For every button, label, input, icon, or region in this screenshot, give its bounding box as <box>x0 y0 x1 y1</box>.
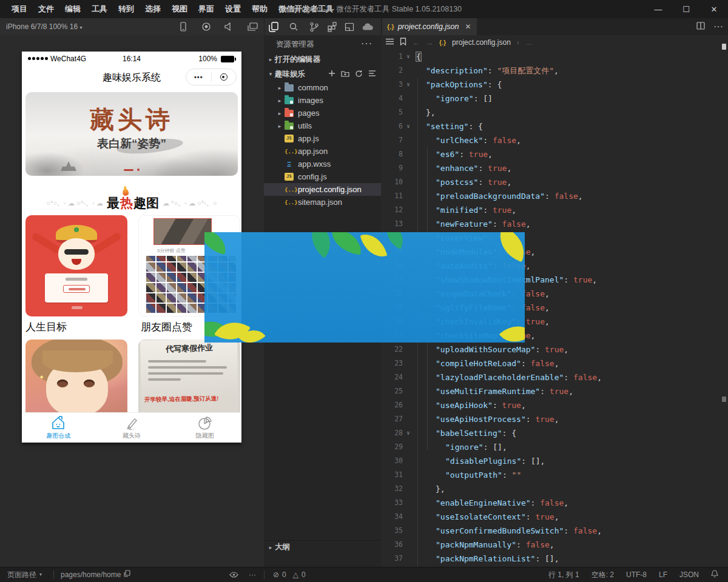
tree-item-pages[interactable]: ▸pages <box>264 107 381 119</box>
code-line-27[interactable]: 27"useApiHostProcess": true, <box>381 412 728 426</box>
code-line-11[interactable]: 11"preloadBackgroundData": false, <box>381 189 728 203</box>
fold-arrow-icon[interactable]: ∨ <box>403 426 414 440</box>
code-line-9[interactable]: 9"enhance": true, <box>381 161 728 175</box>
code-line-8[interactable]: 8"es6": true, <box>381 147 728 161</box>
tab-hidden-image[interactable]: 隐藏图 <box>168 413 241 443</box>
tree-item-images[interactable]: ▸images <box>264 94 381 107</box>
code-line-30[interactable]: 30"disablePlugins": [], <box>381 454 728 468</box>
more-actions-icon[interactable]: ··· <box>713 21 723 32</box>
tree-item-common[interactable]: ▸common <box>264 81 381 94</box>
fold-arrow-icon[interactable]: ∨ <box>403 119 414 133</box>
code-line-25[interactable]: 25"useMultiFrameRuntime": true, <box>381 384 728 398</box>
code-line-28[interactable]: 28∨"babelSetting": { <box>381 426 728 440</box>
code-line-5[interactable]: 5}, <box>381 105 728 119</box>
device-selector[interactable]: iPhone 6/7/8 100% 16 ▾ <box>6 18 82 35</box>
maximize-button[interactable]: ☐ <box>672 0 700 18</box>
code-line-1[interactable]: 1∨{ <box>381 50 728 64</box>
tree-item-sitemap-json[interactable]: {..}sitemap.json <box>264 196 381 209</box>
code-line-33[interactable]: 33"enableEngineNative": false, <box>381 496 728 510</box>
code-line-31[interactable]: 31"outputPath": "" <box>381 468 728 482</box>
minimize-button[interactable]: — <box>644 0 672 18</box>
code-line-36[interactable]: 36"packNpmManually": false, <box>381 538 728 552</box>
code-line-35[interactable]: 35"userConfirmedBundleSwitch": false, <box>381 524 728 538</box>
code-line-13[interactable]: 13"newFeature": false, <box>381 217 728 231</box>
copy-path-icon[interactable] <box>124 567 130 582</box>
menu-item[interactable]: 界面 <box>193 4 220 15</box>
split-editor-icon[interactable] <box>696 21 705 32</box>
tree-item-app-json[interactable]: {..}app.json <box>264 145 381 158</box>
editor-layout-icon[interactable] <box>343 21 356 33</box>
code-line-12[interactable]: 12"minified": true, <box>381 203 728 217</box>
code-line-4[interactable]: 4"ignore": [] <box>381 92 728 105</box>
new-file-icon[interactable] <box>328 70 335 77</box>
tree-item-utils[interactable]: ▸utils <box>264 119 381 132</box>
card-life-goal[interactable] <box>25 215 127 316</box>
menu-item[interactable]: 工具 <box>86 4 113 15</box>
collapse-all-icon[interactable] <box>368 70 376 77</box>
menu-item[interactable]: 文件 <box>33 4 59 15</box>
code-line-7[interactable]: 7"urlCheck": false, <box>381 133 728 147</box>
card-anime[interactable]: ✦ <box>25 340 127 412</box>
cloud-icon[interactable] <box>362 21 374 33</box>
tree-item-app-js[interactable]: JSapp.js <box>264 132 381 145</box>
editor-scrollbar[interactable] <box>722 50 728 567</box>
open-editors-section[interactable]: ▸打开的编辑器 <box>264 52 381 67</box>
problems-indicator[interactable]: ⊘0 △0 <box>273 567 306 582</box>
multi-window-icon[interactable] <box>246 21 258 33</box>
mute-icon[interactable] <box>223 21 235 33</box>
extensions-icon[interactable] <box>326 21 339 33</box>
notifications-bell-icon[interactable] <box>711 570 718 580</box>
indentation[interactable]: 空格: 2 <box>592 570 614 580</box>
code-line-26[interactable]: 26"useApiHook": true, <box>381 398 728 412</box>
code-line-10[interactable]: 10"postcss": true, <box>381 175 728 189</box>
capsule-menu-icon[interactable]: ••• <box>186 73 211 81</box>
nav-forward-icon[interactable]: → <box>426 38 433 47</box>
explorer-files-icon[interactable] <box>268 21 280 33</box>
preview-eye-icon[interactable] <box>229 567 238 582</box>
record-icon[interactable] <box>200 21 212 33</box>
code-line-2[interactable]: 2"description": "项目配置文件", <box>381 64 728 78</box>
tree-item-project-config-json[interactable]: {..}project.config.json <box>264 183 381 196</box>
outline-list-icon[interactable] <box>386 38 394 47</box>
fold-arrow-icon[interactable]: ∨ <box>403 50 414 64</box>
code-line-29[interactable]: 29"ignore": [], <box>381 440 728 454</box>
code-line-22[interactable]: 22"uploadWithSourceMap": true, <box>381 343 728 356</box>
code-line-6[interactable]: 6∨"setting": { <box>381 119 728 133</box>
phone-toggle-icon[interactable] <box>177 21 189 33</box>
page-path-dropdown[interactable]: 页面路径▾ <box>7 567 42 582</box>
git-branch-icon[interactable] <box>308 21 320 33</box>
breadcrumb-more[interactable]: … <box>525 38 533 47</box>
explorer-more-icon[interactable]: ··· <box>361 35 372 52</box>
project-root[interactable]: ▾趣味娱乐 <box>264 67 381 81</box>
menu-item[interactable]: 视图 <box>166 4 193 15</box>
close-button[interactable]: ✕ <box>700 0 728 18</box>
page-path-value[interactable]: pages/home/home <box>61 567 130 582</box>
bookmark-icon[interactable] <box>400 38 406 47</box>
code-line-32[interactable]: 32}, <box>381 482 728 496</box>
menu-item[interactable]: 转到 <box>113 4 140 15</box>
promo-overlay[interactable] <box>204 232 525 343</box>
menu-item[interactable]: 项目 <box>6 4 33 15</box>
tree-item-config-js[interactable]: JSconfig.js <box>264 170 381 183</box>
encoding[interactable]: UTF-8 <box>626 570 647 579</box>
cursor-position[interactable]: 行 1, 列 1 <box>548 570 579 580</box>
breadcrumb-file[interactable]: project.config.json <box>452 38 511 47</box>
code-line-24[interactable]: 24"lazyloadPlaceholderEnable": false, <box>381 370 728 384</box>
refresh-icon[interactable] <box>355 70 363 78</box>
menu-item[interactable]: 选择 <box>140 4 166 15</box>
tree-item-app-wxss[interactable]: Ξapp.wxss <box>264 158 381 170</box>
new-folder-icon[interactable] <box>341 70 349 77</box>
tab-project-config-json[interactable]: {.} project.config.json ✕ <box>382 18 477 35</box>
tab-acrostic[interactable]: 藏头诗 <box>95 413 169 443</box>
banner-carousel[interactable]: 藏头诗 表白新“姿势” <box>25 92 238 176</box>
outline-section[interactable]: ▸大纲 <box>264 540 381 554</box>
menu-item[interactable]: 设置 <box>220 4 246 15</box>
code-line-34[interactable]: 34"useIsolateContext": true, <box>381 510 728 524</box>
code-line-23[interactable]: 23"compileHotReLoad": false, <box>381 356 728 370</box>
code-line-37[interactable]: 37"packNpmRelationList": [], <box>381 552 728 566</box>
search-icon[interactable] <box>288 21 300 33</box>
code-line-3[interactable]: 3∨"packOptions": { <box>381 78 728 92</box>
eol[interactable]: LF <box>659 570 667 579</box>
menu-item[interactable]: 编辑 <box>59 4 86 15</box>
tab-close-icon[interactable]: ✕ <box>465 22 471 31</box>
